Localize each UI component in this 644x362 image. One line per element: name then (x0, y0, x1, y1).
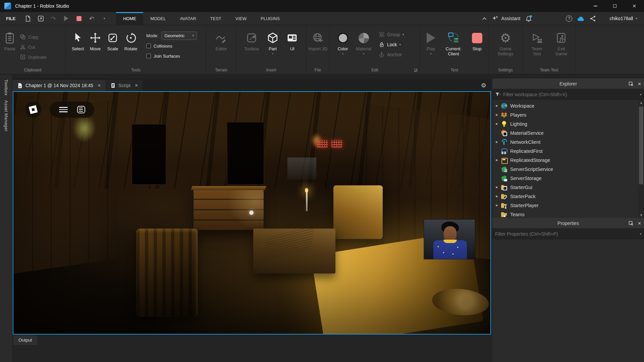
expand-arrow-icon[interactable]: ▶ (494, 140, 499, 143)
exit-game-button[interactable]: Exit Game (551, 29, 571, 65)
explorer-item-starterpack[interactable]: ▶StarterPack (492, 192, 644, 201)
tabstrip-gear-icon[interactable]: ⚙ (481, 82, 486, 89)
expand-arrow-icon[interactable]: ▶ (494, 159, 499, 162)
properties-filter-input[interactable] (495, 231, 637, 237)
scale-tool-button[interactable]: Scale (104, 29, 121, 65)
toolbox-button[interactable]: Toolbox (244, 29, 259, 65)
redo-button[interactable]: ↷ (47, 12, 60, 25)
collisions-checkbox-row[interactable]: Collisions (146, 41, 197, 51)
expand-arrow-icon[interactable]: ▶ (494, 104, 499, 107)
material-dropdown-caret[interactable]: ▾ (363, 52, 364, 55)
menubar-tab-test[interactable]: TEST (203, 12, 228, 25)
roblox-menu-button[interactable] (25, 102, 41, 118)
notifications-bell-icon[interactable] (525, 15, 533, 22)
terrain-editor-button[interactable]: Editor (215, 29, 228, 65)
asset-manager-dock-tab[interactable]: Asset Manager (4, 100, 9, 132)
explorer-item-replicatedstorage[interactable]: ▶ReplicatedStorage (492, 156, 644, 165)
explorer-filter-input[interactable] (503, 92, 637, 97)
scroll-up-icon[interactable]: ▲ (638, 100, 644, 105)
expand-arrow-icon[interactable]: ▶ (494, 204, 499, 207)
quick-stop-button[interactable] (72, 12, 85, 25)
collapse-ribbon-icon[interactable] (482, 17, 487, 20)
place-document-tab[interactable]: Chapter 1 @ 14 Nov 2024 18:45 ✕ (13, 80, 106, 91)
explorer-item-starterplayer[interactable]: ▶StarterPlayer (492, 201, 644, 210)
menubar-tab-model[interactable]: MODEL (143, 12, 173, 25)
explorer-item-serverstorage[interactable]: ▶ServerStorage (492, 174, 644, 183)
hamburger-menu-icon[interactable] (59, 107, 68, 112)
part-button[interactable]: Part ▾ (267, 29, 279, 65)
undock-icon[interactable] (629, 81, 634, 86)
help-button[interactable]: ? (566, 15, 572, 22)
paste-button[interactable]: Paste (4, 29, 15, 65)
explorer-item-replicatedfirst[interactable]: ▶ReplicatedFirst (492, 146, 644, 156)
explorer-item-workspace[interactable]: ▶Workspace (492, 101, 644, 110)
cloud-sync-icon[interactable] (577, 16, 585, 21)
mode-dropdown[interactable]: Geometric ▾ (161, 32, 197, 40)
menubar-tab-plugins[interactable]: PLUGINS (254, 12, 287, 25)
ui-button[interactable]: UI (286, 29, 298, 65)
assistant-button[interactable]: Assistant (491, 15, 521, 22)
join-surfaces-checkbox-row[interactable]: Join Surfaces (146, 51, 197, 61)
properties-close-icon[interactable]: ✕ (638, 221, 641, 226)
minimize-button[interactable] (586, 0, 605, 12)
menubar-tab-home[interactable]: HOME (116, 12, 143, 25)
explorer-item-materialservice[interactable]: ▶MaterialService (492, 128, 644, 137)
expand-arrow-icon[interactable]: ▶ (494, 186, 499, 189)
color-button[interactable]: Color ▾ (333, 29, 353, 65)
new-file-button[interactable] (21, 12, 34, 25)
explorer-item-networkclient[interactable]: ▶NetworkClient (492, 137, 644, 146)
share-icon[interactable] (590, 15, 596, 22)
explorer-close-icon[interactable]: ✕ (638, 81, 641, 86)
game-settings-button[interactable]: ⚙ Game Settings (492, 29, 519, 65)
duplicate-button[interactable]: Duplicate (20, 52, 46, 62)
explorer-item-teams[interactable]: ▶Teams (492, 210, 644, 218)
quick-access-dropdown[interactable]: ▾ (98, 12, 111, 25)
expand-arrow-icon[interactable]: ▶ (494, 195, 499, 198)
account-menu[interactable]: chiko178all ▾ (609, 16, 637, 21)
menubar-tab-view[interactable]: VIEW (228, 12, 254, 25)
lock-button[interactable]: Lock ▾ (379, 40, 404, 50)
play-button[interactable]: Play ▾ (427, 29, 435, 65)
team-test-button[interactable]: Team Test (527, 29, 547, 65)
group-button[interactable]: Group ▾ (379, 29, 404, 40)
place-tab-close-icon[interactable]: ✕ (98, 83, 101, 88)
expand-arrow-icon[interactable]: ▶ (494, 113, 499, 116)
explorer-item-serverscriptservice[interactable]: ▶ServerScriptService (492, 165, 644, 174)
close-button[interactable]: ✕ (625, 0, 644, 12)
script-tab-close-icon[interactable]: ✕ (135, 83, 138, 88)
select-tool-button[interactable]: Select (69, 29, 87, 65)
current-client-button[interactable]: Current: Client (441, 29, 466, 65)
explorer-filter-caret[interactable]: ▾ (640, 93, 641, 96)
collisions-checkbox[interactable] (146, 44, 151, 48)
anchor-button[interactable]: Anchor (379, 50, 404, 60)
explorer-item-lighting[interactable]: ▶Lighting (492, 119, 644, 128)
quick-play-button[interactable] (60, 12, 72, 25)
play-dropdown-caret[interactable]: ▾ (430, 52, 431, 55)
menubar-tab-avatar[interactable]: AVATAR (173, 12, 203, 25)
undo-button[interactable]: ↶ (85, 12, 98, 25)
file-menu-button[interactable]: FILE (0, 12, 21, 25)
output-tab[interactable]: Output (13, 335, 37, 345)
scroll-down-icon[interactable]: ▼ (638, 213, 644, 218)
explorer-item-startergui[interactable]: ▶StarterGui (492, 183, 644, 192)
expand-arrow-icon[interactable]: ▶ (494, 122, 499, 125)
move-tool-button[interactable]: Move (87, 29, 104, 65)
color-dropdown-caret[interactable]: ▾ (342, 52, 343, 55)
material-button[interactable]: Material ▾ (353, 29, 375, 65)
toolbox-dock-tab[interactable]: Toolbox (4, 79, 9, 96)
stop-button[interactable]: Stop (472, 29, 482, 65)
chat-icon[interactable] (77, 106, 85, 113)
explorer-item-players[interactable]: ▶Players (492, 110, 644, 119)
explorer-scrollbar[interactable]: ▲▼ (638, 100, 644, 218)
cut-button[interactable]: Cut (20, 42, 46, 52)
funnel-icon[interactable] (495, 92, 500, 97)
scrollbar-thumb[interactable] (639, 107, 643, 184)
copy-button[interactable]: Copy (20, 32, 46, 42)
properties-filter-caret[interactable]: ▾ (640, 232, 641, 236)
part-dropdown-caret[interactable]: ▾ (272, 52, 273, 55)
script-document-tab[interactable]: Script ✕ (106, 80, 143, 91)
undock-icon[interactable] (629, 221, 634, 226)
join-surfaces-checkbox[interactable] (146, 54, 151, 58)
viewport-3d[interactable] (13, 91, 491, 335)
maximize-button[interactable] (605, 0, 625, 12)
